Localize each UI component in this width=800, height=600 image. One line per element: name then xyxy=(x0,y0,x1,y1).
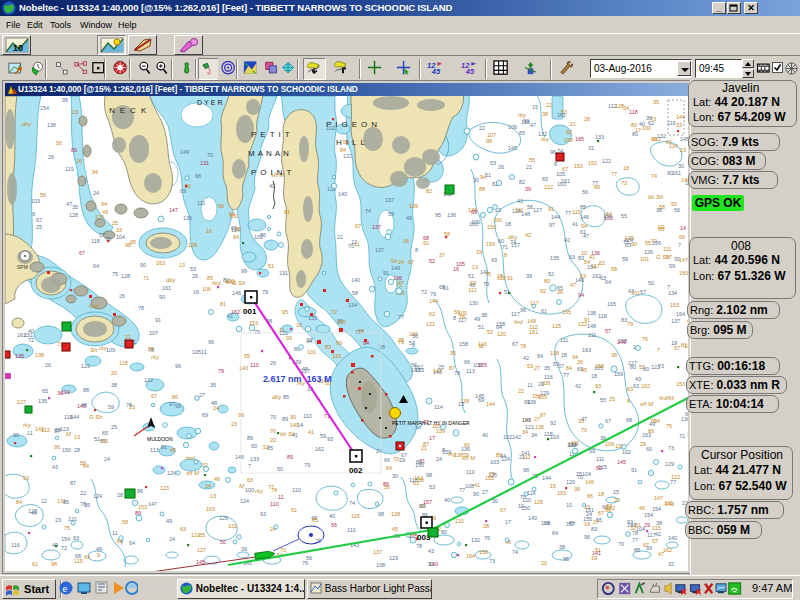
svg-text:111: 111 xyxy=(663,246,671,252)
svg-text:53: 53 xyxy=(490,160,496,166)
svg-text:42: 42 xyxy=(564,237,570,243)
svg-text:137: 137 xyxy=(671,318,680,324)
svg-text:116: 116 xyxy=(11,542,20,548)
svg-text:93: 93 xyxy=(229,211,235,217)
svg-text:29: 29 xyxy=(399,457,405,463)
svg-text:77: 77 xyxy=(398,314,404,320)
svg-text:8: 8 xyxy=(415,247,418,253)
svg-text:154: 154 xyxy=(652,506,661,512)
svg-text:68: 68 xyxy=(626,417,632,423)
svg-text:149: 149 xyxy=(617,339,626,345)
svg-text:11: 11 xyxy=(201,349,207,355)
svg-text:26: 26 xyxy=(192,273,198,279)
svg-text:19: 19 xyxy=(591,555,597,561)
svg-text:67: 67 xyxy=(36,217,42,223)
svg-text:57: 57 xyxy=(99,232,105,238)
svg-text:94: 94 xyxy=(391,258,397,264)
svg-text:22: 22 xyxy=(80,490,86,496)
svg-text:16: 16 xyxy=(296,322,302,328)
svg-text:124: 124 xyxy=(501,456,510,462)
svg-text:32: 32 xyxy=(630,525,636,531)
svg-text:45: 45 xyxy=(430,67,440,76)
svg-text:19: 19 xyxy=(671,340,677,346)
svg-text:63: 63 xyxy=(633,383,639,389)
svg-text:129: 129 xyxy=(540,390,549,396)
svg-text:23: 23 xyxy=(55,517,61,523)
svg-text:62: 62 xyxy=(599,260,605,266)
svg-text:84: 84 xyxy=(16,499,22,505)
svg-text:64: 64 xyxy=(386,465,392,471)
svg-text:48: 48 xyxy=(81,402,87,408)
svg-text:132: 132 xyxy=(228,523,237,529)
svg-text:164: 164 xyxy=(676,311,685,317)
svg-text:rky: rky xyxy=(99,345,108,351)
svg-text:98: 98 xyxy=(523,467,529,473)
svg-text:96: 96 xyxy=(175,363,181,369)
svg-text:11: 11 xyxy=(278,494,284,500)
svg-text:28: 28 xyxy=(497,273,503,279)
svg-text:163: 163 xyxy=(557,181,566,187)
svg-text:114: 114 xyxy=(434,404,443,410)
svg-text:132: 132 xyxy=(657,133,666,139)
svg-text:38: 38 xyxy=(574,486,580,492)
svg-text:128: 128 xyxy=(121,273,130,279)
svg-text:79: 79 xyxy=(304,462,310,468)
svg-text:9: 9 xyxy=(32,211,35,217)
svg-text:88: 88 xyxy=(83,387,89,393)
svg-text:39: 39 xyxy=(241,546,247,552)
svg-text:70: 70 xyxy=(618,541,624,547)
svg-text:65: 65 xyxy=(199,532,205,538)
svg-text:47: 47 xyxy=(658,551,664,557)
svg-text:38: 38 xyxy=(379,344,385,350)
svg-text:120: 120 xyxy=(497,331,506,337)
svg-text:40: 40 xyxy=(329,513,335,519)
svg-text:94: 94 xyxy=(480,174,486,180)
svg-text:60: 60 xyxy=(646,446,652,452)
svg-text:34: 34 xyxy=(522,429,528,435)
svg-text:128: 128 xyxy=(69,212,78,218)
svg-text:80: 80 xyxy=(71,147,77,153)
svg-text:20: 20 xyxy=(270,437,276,443)
svg-text:165: 165 xyxy=(607,301,616,307)
svg-text:96: 96 xyxy=(584,534,590,540)
svg-text:93: 93 xyxy=(595,383,601,389)
svg-text:33: 33 xyxy=(584,521,590,527)
svg-text:110: 110 xyxy=(303,413,312,419)
svg-text:83: 83 xyxy=(591,526,597,532)
svg-text:144: 144 xyxy=(542,475,551,481)
svg-text:147: 147 xyxy=(169,207,178,213)
svg-text:74: 74 xyxy=(651,173,657,179)
svg-text:27: 27 xyxy=(534,365,540,371)
svg-text:11: 11 xyxy=(112,530,118,536)
svg-text:68: 68 xyxy=(195,173,201,179)
svg-text:8: 8 xyxy=(412,342,415,348)
svg-text:141: 141 xyxy=(521,450,530,456)
svg-text:60: 60 xyxy=(251,443,257,449)
svg-text:64: 64 xyxy=(537,353,543,359)
svg-text:151: 151 xyxy=(24,332,33,338)
svg-text:13: 13 xyxy=(179,262,185,268)
svg-text:7: 7 xyxy=(248,463,251,469)
svg-text:67: 67 xyxy=(605,418,611,424)
svg-text:137: 137 xyxy=(385,197,394,203)
svg-text:137: 137 xyxy=(373,549,382,555)
svg-text:22: 22 xyxy=(479,125,485,131)
svg-text:98: 98 xyxy=(426,472,432,478)
svg-text:98: 98 xyxy=(51,561,57,567)
svg-text:41: 41 xyxy=(474,482,480,488)
svg-text:97: 97 xyxy=(408,259,414,265)
svg-text:35: 35 xyxy=(450,350,456,356)
svg-text:97: 97 xyxy=(169,401,175,407)
svg-text:14: 14 xyxy=(680,225,686,231)
svg-text:136: 136 xyxy=(47,122,56,128)
svg-text:83: 83 xyxy=(621,317,627,323)
svg-text:95: 95 xyxy=(435,212,441,218)
svg-text:27: 27 xyxy=(482,489,488,495)
svg-text:96: 96 xyxy=(550,149,556,155)
svg-text:50: 50 xyxy=(412,333,418,339)
svg-text:43: 43 xyxy=(52,464,58,470)
svg-text:137: 137 xyxy=(375,247,384,253)
svg-text:G Sh: G Sh xyxy=(232,280,246,286)
svg-text:52: 52 xyxy=(263,444,269,450)
svg-text:19: 19 xyxy=(476,249,482,255)
